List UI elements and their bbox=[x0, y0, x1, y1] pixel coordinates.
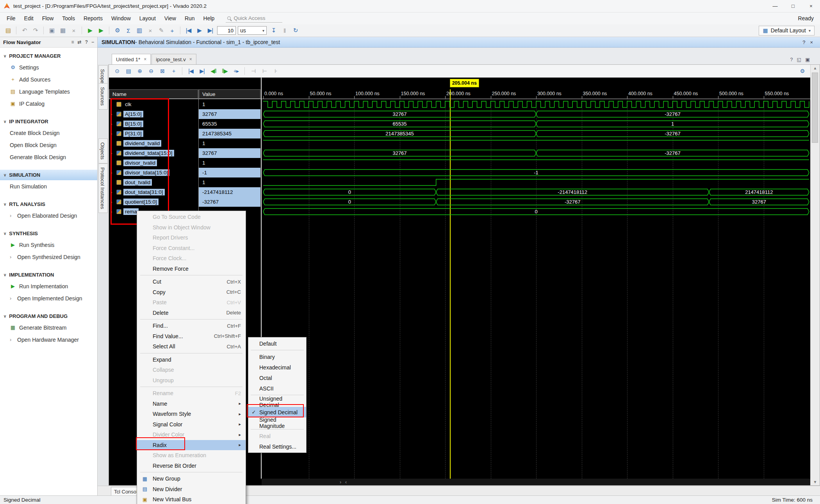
signal-value-dout-tdata-31-0[interactable]: -2147418112 bbox=[199, 187, 260, 197]
pause-icon[interactable]: ‖ bbox=[280, 26, 289, 35]
next-marker-icon[interactable]: ⊢ bbox=[260, 66, 269, 76]
context-menu-item-waveform-style[interactable]: Waveform Style▸ bbox=[137, 409, 246, 419]
tab-untitled-1[interactable]: Untitled 1*× bbox=[112, 54, 151, 64]
radix-option-default[interactable]: Default bbox=[248, 338, 306, 349]
signal-value-b-15-0[interactable]: 65535 bbox=[199, 119, 260, 129]
signal-row-quotient-15-0[interactable]: ›quotient[15:0] bbox=[109, 197, 198, 207]
context-menu-item-find[interactable]: Find...Ctrl+F bbox=[137, 321, 246, 331]
float-icon[interactable]: ◱ bbox=[797, 57, 801, 62]
context-menu-item-name[interactable]: Name▸ bbox=[137, 399, 246, 409]
flow-item-run-simulation[interactable]: Run Simulation bbox=[0, 180, 97, 192]
signal-row-a-15-0[interactable]: ›A[15:0] bbox=[109, 109, 198, 119]
waveform-canvas[interactable]: 0.000 ns50.000 ns100.000 ns150.000 ns200… bbox=[262, 78, 810, 479]
flow-item-open-synthesized-design[interactable]: ›Open Synthesized Design bbox=[0, 251, 97, 263]
menu-flow[interactable]: Flow bbox=[38, 12, 58, 24]
go-to-start-icon[interactable]: |◀ bbox=[186, 66, 196, 76]
menu-help[interactable]: Help bbox=[199, 12, 219, 24]
radix-option-hexadecimal[interactable]: Hexadecimal bbox=[248, 362, 306, 373]
help-icon[interactable]: ? bbox=[85, 39, 88, 45]
copy-icon[interactable]: ▣ bbox=[47, 26, 57, 35]
flow-item-run-synthesis[interactable]: ▶Run Synthesis bbox=[0, 239, 97, 251]
quick-access-search[interactable]: Quick Access bbox=[226, 14, 282, 23]
close-icon[interactable]: × bbox=[189, 57, 192, 62]
menu-icon[interactable]: ≡ bbox=[71, 39, 74, 45]
scroll-left-icon[interactable]: ‹ bbox=[345, 479, 347, 485]
expand-arrow-icon[interactable]: › bbox=[111, 121, 114, 127]
probe-icon[interactable]: + bbox=[167, 26, 177, 35]
menu-edit[interactable]: Edit bbox=[20, 12, 38, 24]
edit-icon[interactable]: ✎ bbox=[156, 26, 166, 35]
paste-icon[interactable]: ▦ bbox=[58, 26, 68, 35]
maximize-icon[interactable]: ▣ bbox=[805, 57, 810, 62]
flow-item-generate-bitstream[interactable]: ▦Generate Bitstream bbox=[0, 321, 97, 334]
radix-option-signed-decimal[interactable]: ✓Signed Decimal bbox=[248, 407, 306, 417]
waveform-settings-gear-icon[interactable]: ⚙ bbox=[797, 66, 807, 76]
context-menu-item-signal-color[interactable]: Signal Color▸ bbox=[137, 419, 246, 430]
flow-item-open-implemented-design[interactable]: ›Open Implemented Design bbox=[0, 292, 97, 304]
menu-view[interactable]: View bbox=[160, 12, 180, 24]
step-icon[interactable]: ↧ bbox=[269, 26, 278, 35]
flow-item-run-implementation[interactable]: ▶Run Implementation bbox=[0, 280, 97, 292]
open-project-icon[interactable]: ▤ bbox=[3, 26, 13, 35]
prev-marker-icon[interactable]: ⊣ bbox=[248, 66, 258, 76]
maximize-button[interactable]: □ bbox=[784, 0, 802, 12]
menu-layout[interactable]: Layout bbox=[135, 12, 160, 24]
tab-ipcore-test-v[interactable]: ipcore_test.v× bbox=[152, 54, 196, 64]
flow-item-open-hardware-manager[interactable]: ›Open Hardware Manager bbox=[0, 334, 97, 346]
relaunch-icon[interactable]: ↻ bbox=[291, 26, 300, 35]
signal-value-dividend-tdata-15-0[interactable]: 32767 bbox=[199, 148, 260, 158]
signal-row-b-15-0[interactable]: ›B[15:0] bbox=[109, 119, 198, 129]
name-column-header[interactable]: Name bbox=[109, 89, 198, 99]
zoom-fit-icon[interactable]: ⊠ bbox=[157, 66, 167, 76]
run-all-icon[interactable]: ▶ bbox=[194, 26, 204, 35]
signal-value-dividend-tvalid[interactable]: 1 bbox=[199, 138, 260, 148]
zoom-to-cursor-icon[interactable]: + bbox=[169, 66, 178, 76]
expand-arrow-icon[interactable]: › bbox=[111, 150, 114, 156]
menu-run[interactable]: Run bbox=[180, 12, 199, 24]
radix-option-ascii[interactable]: ASCII bbox=[248, 383, 306, 394]
signal-row-dout-tvalid[interactable]: dout_tvalid bbox=[109, 177, 198, 187]
expand-arrow-icon[interactable]: › bbox=[111, 199, 114, 205]
time-cursor-label[interactable]: 205.004 ns bbox=[450, 79, 479, 87]
scrollbar-thumb[interactable] bbox=[812, 73, 818, 143]
side-tab-objects[interactable]: Objects bbox=[98, 138, 108, 163]
sum-icon[interactable]: Σ bbox=[123, 26, 133, 35]
scroll-down-icon[interactable]: ▼ bbox=[813, 480, 817, 484]
side-tab-protocol-instances[interactable]: Protocol Instances bbox=[98, 163, 108, 213]
signal-row-dividend-tvalid[interactable]: dividend_tvalid bbox=[109, 138, 198, 148]
signal-row-divisor-tdata-15-0[interactable]: ›divisor_tdata[15:0] bbox=[109, 168, 198, 177]
menu-reports[interactable]: Reports bbox=[79, 12, 107, 24]
context-menu-item-find-value[interactable]: Find Value...Ctrl+Shift+F bbox=[137, 331, 246, 342]
context-menu-item-new-group[interactable]: ▦New Group bbox=[137, 474, 246, 484]
flow-section-header-synthesis[interactable]: ∨SYNTHESIS bbox=[0, 228, 97, 239]
signal-value-divisor-tvalid[interactable]: 1 bbox=[199, 158, 260, 168]
flow-item-ip-catalog[interactable]: ▣IP Catalog bbox=[0, 98, 97, 110]
flow-item-create-block-design[interactable]: Create Block Design bbox=[0, 127, 97, 139]
expand-arrow-icon[interactable]: › bbox=[111, 131, 114, 137]
undo-icon[interactable]: ↶ bbox=[20, 26, 29, 35]
close-button[interactable]: × bbox=[802, 0, 820, 12]
radix-option-real-settings[interactable]: Real Settings... bbox=[248, 441, 306, 452]
flow-section-header-ip-integrator[interactable]: ∨IP INTEGRATOR bbox=[0, 116, 97, 127]
context-menu-item-delete[interactable]: DeleteDelete bbox=[137, 308, 246, 318]
menu-tools[interactable]: Tools bbox=[58, 12, 79, 24]
radix-option-unsigned-decimal[interactable]: Unsigned Decimal bbox=[248, 396, 306, 407]
time-unit-select[interactable]: us ▾ bbox=[238, 26, 267, 35]
flow-section-header-project-manager[interactable]: ∨PROJECT MANAGER bbox=[0, 51, 97, 61]
dock-icon[interactable]: ⇄ bbox=[78, 39, 82, 45]
value-column-header[interactable]: Value bbox=[199, 89, 260, 99]
horizontal-scrollbar[interactable]: ›‹ bbox=[262, 479, 810, 485]
flow-item-open-block-design[interactable]: Open Block Design bbox=[0, 139, 97, 151]
menu-window[interactable]: Window bbox=[107, 12, 135, 24]
settings-gear-icon[interactable]: ⚙ bbox=[112, 26, 122, 35]
prev-transition-icon[interactable]: ◀‖ bbox=[209, 66, 218, 76]
menu-file[interactable]: File bbox=[2, 12, 20, 24]
expand-arrow-icon[interactable]: › bbox=[111, 111, 114, 117]
swap-cursor-icon[interactable]: ⊦ bbox=[271, 66, 281, 76]
flow-section-header-simulation[interactable]: ∨SIMULATION bbox=[0, 170, 97, 180]
signal-row-divisor-tvalid[interactable]: divisor_tvalid bbox=[109, 158, 198, 168]
close-icon[interactable]: × bbox=[810, 39, 813, 45]
context-menu-item-expand[interactable]: Expand bbox=[137, 355, 246, 365]
run-time-input[interactable] bbox=[217, 26, 236, 35]
layout-selector[interactable]: ▦ Default Layout ▾ bbox=[759, 26, 815, 35]
